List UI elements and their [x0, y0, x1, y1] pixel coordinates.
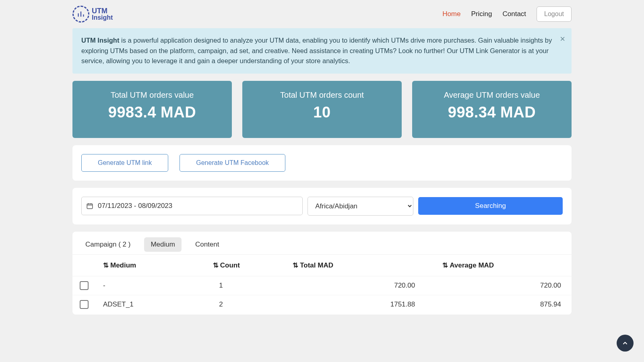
stat-total-value: Total UTM orders value 9983.4 MAD: [72, 81, 232, 138]
cell-count: 1: [206, 276, 285, 295]
timezone-select[interactable]: Africa/Abidjan: [308, 197, 413, 216]
main-nav: Home Pricing Contact Logout: [442, 6, 572, 22]
row-checkbox[interactable]: [80, 281, 89, 290]
stat-total-count-number: 10: [246, 104, 398, 121]
stat-total-value-label: Total UTM orders value: [76, 90, 228, 100]
col-header-checkbox: [72, 254, 96, 276]
cell-count: 2: [206, 295, 285, 314]
date-range-input[interactable]: 07/11/2023 - 08/09/2023: [81, 197, 303, 215]
scroll-top-button[interactable]: [617, 335, 634, 352]
calendar-icon: [86, 202, 93, 210]
cell-total: 720.00: [285, 276, 435, 295]
chevron-up-icon: [622, 340, 628, 346]
cell-total: 1751.88: [285, 295, 435, 314]
stat-avg-value-label: Average UTM orders value: [416, 90, 568, 100]
header: UTMInsight Home Pricing Contact Logout: [72, 0, 572, 28]
stats-row: Total UTM orders value 9983.4 MAD Total …: [72, 81, 572, 138]
close-icon[interactable]: ×: [560, 34, 565, 44]
nav-home[interactable]: Home: [442, 10, 460, 18]
col-header-avg[interactable]: ⇅Average MAD: [435, 254, 572, 276]
info-banner-text: is a powerful application designed to an…: [81, 37, 552, 64]
info-banner-strong: UTM Insight: [81, 37, 119, 44]
stat-avg-value: Average UTM orders value 998.34 MAD: [412, 81, 572, 138]
table-row: - 1 720.00 720.00: [72, 276, 572, 295]
logo[interactable]: UTMInsight: [72, 6, 113, 23]
row-checkbox[interactable]: [80, 300, 89, 309]
sort-icon: ⇅: [442, 261, 448, 269]
cell-medium: -: [96, 276, 206, 295]
cell-medium: ADSET_1: [96, 295, 206, 314]
search-button[interactable]: Searching: [418, 197, 563, 215]
tab-medium[interactable]: Medium: [144, 237, 181, 252]
tabs: Campaign ( 2 ) Medium Content: [72, 232, 572, 252]
stat-total-value-number: 9983.4 MAD: [76, 104, 228, 121]
sort-icon: ⇅: [103, 261, 109, 269]
col-header-total[interactable]: ⇅Total MAD: [285, 254, 435, 276]
stat-total-count-label: Total UTM orders count: [246, 90, 398, 100]
date-range-value: 07/11/2023 - 08/09/2023: [81, 197, 303, 215]
logo-icon: [72, 6, 89, 23]
logo-text: UTMInsight: [92, 7, 113, 21]
table-row: ADSET_1 2 1751.88 875.94: [72, 295, 572, 314]
info-banner: UTM Insight is a powerful application de…: [72, 28, 572, 74]
nav-contact[interactable]: Contact: [502, 10, 526, 18]
nav-pricing[interactable]: Pricing: [471, 10, 492, 18]
logout-button[interactable]: Logout: [537, 6, 572, 22]
generate-utm-link-button[interactable]: Generate UTM link: [81, 154, 168, 172]
stat-total-count: Total UTM orders count 10: [242, 81, 402, 138]
results-table: ⇅Medium ⇅Count ⇅Total MAD ⇅Average MAD -…: [72, 252, 572, 315]
cell-avg: 720.00: [435, 276, 572, 295]
tab-content[interactable]: Content: [189, 237, 226, 252]
stat-avg-value-number: 998.34 MAD: [416, 104, 568, 121]
col-header-medium[interactable]: ⇅Medium: [96, 254, 206, 276]
sort-icon: ⇅: [293, 261, 298, 269]
sort-icon: ⇅: [213, 261, 219, 269]
search-card: 07/11/2023 - 08/09/2023 Africa/Abidjan S…: [72, 188, 572, 224]
cell-avg: 875.94: [435, 295, 572, 314]
svg-rect-3: [87, 204, 93, 209]
col-header-count[interactable]: ⇅Count: [206, 254, 285, 276]
generate-card: Generate UTM link Generate UTM Facebook: [72, 145, 572, 181]
generate-utm-facebook-button[interactable]: Generate UTM Facebook: [180, 154, 285, 172]
tab-campaign[interactable]: Campaign ( 2 ): [79, 237, 137, 252]
